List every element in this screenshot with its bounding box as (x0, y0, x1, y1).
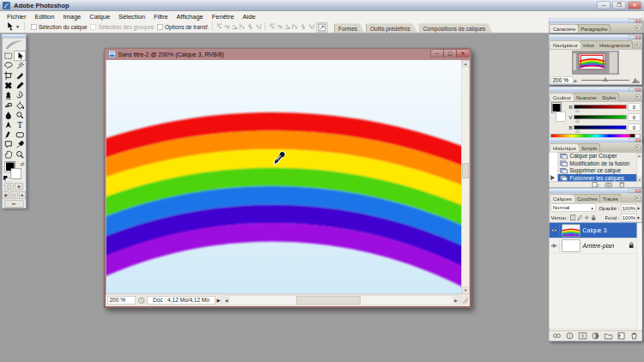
well-tab-formes[interactable]: Formes (334, 24, 365, 33)
palette-menu-button[interactable]: ▸ (635, 196, 641, 202)
slider-gradient[interactable] (574, 115, 627, 119)
layers-scrollbar[interactable] (637, 223, 642, 330)
blend-mode-select[interactable]: Normal▼ (551, 204, 596, 213)
zoom-in-icon[interactable] (632, 76, 641, 84)
fill-spinner[interactable]: ▶ (637, 216, 640, 220)
delete-layer-icon[interactable] (630, 332, 639, 340)
layer-visibility-toggle[interactable] (550, 238, 560, 254)
palette-minimize-button[interactable]: ─ (629, 138, 635, 142)
scroll-up-arrow[interactable]: ▲ (637, 153, 642, 158)
tool-eraser[interactable] (3, 100, 15, 111)
doc-maximize-button[interactable]: ▢ (444, 50, 457, 58)
history-gutter[interactable] (550, 160, 558, 167)
tab-nuancier[interactable]: Nuancier (574, 93, 600, 101)
vertical-scroll-thumb[interactable] (463, 163, 470, 178)
color-panel-background[interactable] (556, 112, 566, 122)
swap-colors-icon[interactable]: ⇄ (21, 161, 25, 167)
menu-edition[interactable]: Edition (31, 12, 59, 20)
document-titlebar[interactable]: Sans titre-2 @ 200% (Calque 3, RVB/8) ─ … (105, 49, 471, 60)
slider-value[interactable]: 0 (629, 113, 641, 121)
tool-path-selection[interactable] (3, 120, 15, 130)
palette-menu-button[interactable]: ▸ (635, 26, 641, 32)
tab-historique[interactable]: Historique (550, 143, 580, 152)
canvas[interactable] (106, 60, 462, 294)
fullscreen-menubar-button[interactable]: ▢ (10, 192, 17, 199)
delete-state-icon[interactable] (617, 182, 626, 188)
scroll-right-arrow[interactable]: ▶ (453, 297, 459, 305)
tab-tracés[interactable]: Tracés (599, 194, 621, 202)
lock-position-icon[interactable] (584, 214, 590, 221)
background-color-swatch[interactable] (11, 169, 21, 179)
lock-pixels-icon[interactable] (577, 214, 583, 221)
slider-value[interactable]: 0 (629, 103, 641, 111)
zoom-level-field[interactable]: 200 % (107, 296, 136, 305)
doc-close-button[interactable]: ✕ (457, 50, 470, 58)
slider-gradient[interactable] (574, 125, 627, 130)
tool-lasso[interactable] (3, 61, 15, 71)
checkbox-icon[interactable] (31, 24, 37, 30)
standard-screen-button[interactable]: ▣ (3, 192, 9, 199)
app-titlebar[interactable]: Adobe Photoshop ─ ❐ ✕ (0, 0, 644, 11)
tab-caractre[interactable]: Caractère (550, 24, 579, 33)
tool-pen[interactable] (3, 130, 15, 141)
default-colors-icon[interactable] (3, 176, 9, 182)
history-scrollbar[interactable]: ▲▼ (637, 153, 642, 182)
palette-close-button[interactable]: ✕ (635, 87, 641, 92)
tab-infos[interactable]: Infos (580, 40, 598, 49)
fill-value[interactable]: 100% (621, 214, 637, 221)
history-gutter[interactable] (550, 153, 558, 160)
link-layers-icon[interactable] (553, 332, 562, 340)
close-button[interactable]: ✕ (628, 2, 641, 10)
tool-move[interactable] (14, 51, 26, 62)
horizontal-scrollbar[interactable]: ◀ ▶ (222, 296, 460, 305)
tool-notes[interactable] (3, 140, 15, 150)
tool-history-brush[interactable] (14, 91, 26, 101)
tool-clone-stamp[interactable] (3, 91, 15, 101)
tool-brush[interactable] (14, 81, 26, 91)
palette-minimize-button[interactable]: ─ (629, 189, 635, 193)
tab-styles[interactable]: Styles (599, 93, 619, 101)
document-size-info[interactable]: Doc : 4,12 Mo/4,12 Mo (148, 296, 216, 305)
palette-minimize-button[interactable]: ─ (629, 19, 635, 23)
document-window[interactable]: Sans titre-2 @ 200% (Calque 3, RVB/8) ─ … (104, 48, 471, 308)
history-item[interactable]: Calque par Couper (550, 153, 642, 160)
layer-row-0[interactable]: Calque 3 (550, 223, 642, 238)
tool-rectangular-marquee[interactable] (3, 51, 15, 62)
status-menu-arrow[interactable]: ▶ (217, 298, 221, 304)
scroll-down-arrow[interactable]: ▼ (462, 287, 470, 294)
scroll-up-arrow[interactable]: ▲ (462, 60, 470, 67)
palette-minimize-button[interactable]: ─ (629, 35, 635, 39)
opacity-spinner[interactable]: ▶ (637, 206, 640, 210)
palette-close-button[interactable]: ✕ (635, 189, 641, 193)
restore-button[interactable]: ❐ (612, 2, 626, 10)
slider-thumb[interactable] (575, 119, 580, 123)
palette-menu-button[interactable]: ▸ (635, 42, 641, 48)
menu-aide[interactable]: Aide (239, 12, 260, 20)
color-swatches[interactable]: ⇄ (3, 161, 27, 183)
adjustment-layer-icon[interactable] (592, 332, 600, 340)
zoom-out-icon[interactable] (574, 77, 580, 83)
navigator-preview[interactable] (550, 50, 642, 76)
tool-preset-picker[interactable]: ▼ (4, 21, 21, 32)
tool-magic-wand[interactable] (14, 61, 26, 71)
palette-menu-button[interactable]: ▸ (635, 145, 641, 151)
slider-thumb[interactable] (575, 130, 580, 133)
fullscreen-button[interactable]: ■ (19, 192, 26, 199)
bridge-button[interactable] (317, 22, 328, 33)
menu-fentre[interactable]: Fenêtre (208, 12, 239, 20)
history-gutter[interactable] (550, 174, 558, 182)
history-gutter[interactable] (550, 167, 558, 175)
layer-group-icon[interactable] (605, 332, 613, 340)
tool-eyedropper[interactable] (14, 140, 26, 150)
tool-hand[interactable] (3, 150, 15, 160)
tool-blur[interactable] (3, 111, 15, 121)
tool-zoom[interactable] (14, 150, 26, 160)
layer-thumbnail[interactable] (562, 224, 580, 236)
minimize-button[interactable]: ─ (597, 2, 611, 10)
palette-close-button[interactable]: ✕ (635, 138, 641, 142)
tool-slice[interactable] (14, 71, 26, 81)
well-tab-compositions-de-calques[interactable]: Compositions de calques (419, 24, 493, 33)
lock-transparency-icon[interactable] (570, 214, 576, 221)
layer-style-icon[interactable]: f (566, 332, 574, 340)
doc-minimize-button[interactable]: ─ (431, 50, 444, 58)
